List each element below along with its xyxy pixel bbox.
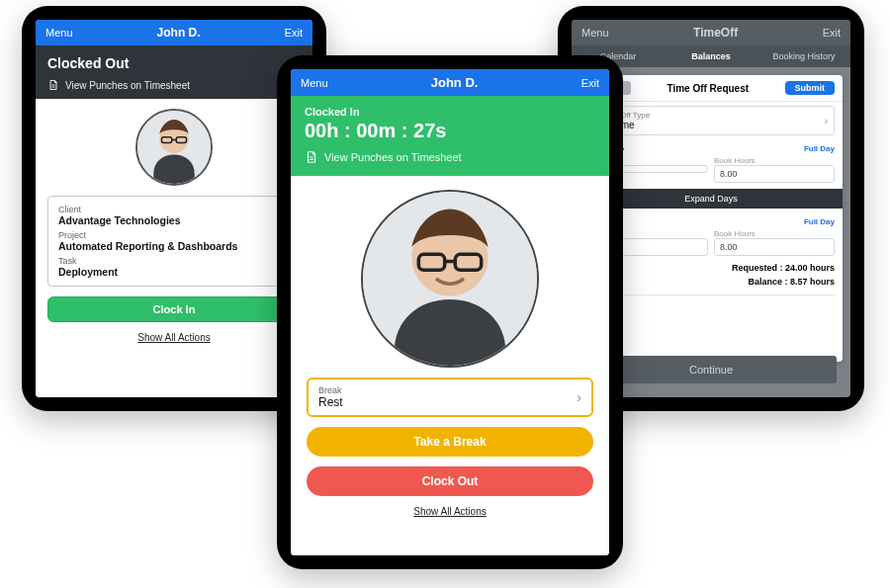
document-icon — [305, 150, 318, 164]
header: Menu TimeOff Exit — [572, 20, 850, 45]
view-punches-link[interactable]: View Punches on Timesheet — [305, 150, 595, 164]
break-value: Rest — [318, 395, 343, 409]
header: Menu John D. Exit — [291, 69, 609, 96]
exit-button[interactable]: Exit — [581, 77, 599, 89]
book-hours-label: Book Hours — [714, 156, 835, 165]
tab-balances[interactable]: Balances — [665, 45, 757, 67]
job-info-card[interactable]: Client Advantage Technologies Project Au… — [47, 196, 301, 287]
elapsed-timer: 00h : 00m : 27s — [305, 120, 595, 142]
requested-total: Requested : 24.00 hours — [587, 262, 835, 276]
take-break-button[interactable]: Take a Break — [307, 427, 593, 457]
chevron-right-icon: › — [577, 389, 581, 405]
view-punches-label: View Punches on Timesheet — [65, 80, 190, 91]
chevron-right-icon: › — [825, 116, 828, 126]
clock-in-button[interactable]: Clock In — [47, 296, 301, 322]
task-label: Task — [58, 256, 290, 266]
tab-booking-history[interactable]: Booking History — [757, 45, 850, 67]
project-label: Project — [58, 230, 290, 240]
full-day-toggle[interactable]: Full Day — [804, 144, 835, 153]
show-all-actions-link[interactable]: Show All Actions — [413, 506, 486, 517]
day-1-inputs: Hours Book Hours 8.00 — [587, 156, 835, 183]
day-1-header: Jan 24 › Full Day — [587, 141, 835, 156]
time-off-type-field[interactable]: a Time Off Type tion Time › — [587, 106, 835, 135]
totals: Requested : 24.00 hours Balance : 8.57 h… — [587, 262, 835, 289]
view-punches-label: View Punches on Timesheet — [324, 151, 462, 163]
page-title: TimeOff — [693, 26, 738, 40]
client-label: Client — [58, 205, 290, 214]
panel-title: Time Off Request — [667, 83, 749, 94]
view-punches-link[interactable]: View Punches on Timesheet — [47, 79, 301, 91]
page-title: John D. — [431, 75, 479, 90]
clock-out-button[interactable]: Clock Out — [307, 466, 593, 496]
document-icon — [47, 79, 59, 91]
avatar — [361, 190, 539, 368]
client-value: Advantage Technologies — [58, 214, 290, 226]
exit-button[interactable]: Exit — [823, 27, 841, 39]
avatar — [135, 109, 213, 186]
menu-button[interactable]: Menu — [301, 77, 328, 89]
full-day-toggle[interactable]: Full Day — [804, 217, 835, 226]
body: Break Rest › Take a Break Clock Out Show… — [291, 176, 609, 555]
continue-button[interactable]: Continue — [585, 356, 837, 383]
break-label: Break — [318, 385, 343, 395]
day-2-header: an 26 › Full Day — [587, 214, 835, 229]
clock-status: Clocked Out — [47, 55, 301, 71]
book-hours-input[interactable]: 8.00 — [714, 165, 835, 183]
day-2-inputs: Hours 8.00 Book Hours 8.00 — [587, 229, 835, 256]
menu-button[interactable]: Menu — [581, 27, 609, 39]
clock-status: Clocked In — [305, 106, 595, 118]
show-all-actions-link[interactable]: Show All Actions — [47, 332, 301, 343]
status-bar: Clocked Out View Punches on Timesheet — [36, 45, 312, 99]
book-hours-label: Book Hours — [714, 229, 835, 238]
menu-button[interactable]: Menu — [45, 27, 73, 39]
break-type-field[interactable]: Break Rest › — [307, 378, 593, 417]
body: Client Advantage Technologies Project Au… — [36, 99, 312, 397]
avatar-illustration — [363, 192, 537, 366]
book-hours-input[interactable]: 8.00 — [714, 238, 835, 256]
submit-button[interactable]: Submit — [785, 81, 836, 95]
exit-button[interactable]: Exit — [285, 27, 303, 39]
project-value: Automated Reporting & Dashboards — [58, 240, 290, 252]
tablet-center: Menu John D. Exit Clocked In 00h : 00m :… — [277, 55, 623, 569]
page-title: John D. — [157, 26, 201, 40]
balance-total: Balance : 8.57 hours — [587, 276, 835, 290]
screen-center: Menu John D. Exit Clocked In 00h : 00m :… — [291, 69, 609, 555]
task-value: Deployment — [58, 266, 290, 278]
avatar-illustration — [137, 111, 211, 184]
header: Menu John D. Exit — [36, 20, 312, 45]
screen-left: Menu John D. Exit Clocked Out View Punch… — [36, 20, 312, 397]
status-bar: Clocked In 00h : 00m : 27s View Punches … — [291, 96, 609, 176]
